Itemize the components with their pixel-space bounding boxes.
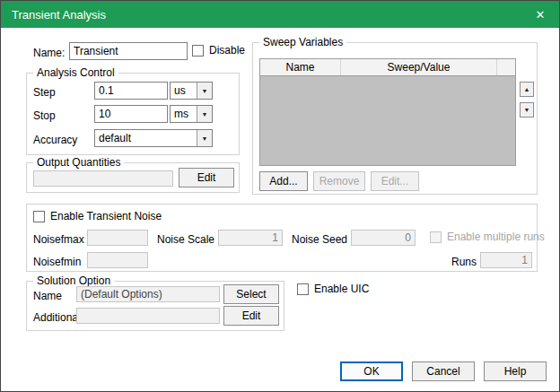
noise-seed-label: Noise Seed xyxy=(292,233,347,246)
enable-multiple-runs-label: Enable multiple runs xyxy=(447,231,545,243)
stop-label: Stop xyxy=(33,109,56,122)
accuracy-combo[interactable]: default ▼ xyxy=(94,129,213,147)
solution-option-title: Solution Option xyxy=(33,274,114,287)
accuracy-value: default xyxy=(95,130,197,146)
close-icon[interactable]: ✕ xyxy=(521,1,559,28)
enable-multiple-runs-checkbox-box xyxy=(430,231,442,243)
move-up-button[interactable]: ▲ xyxy=(520,82,534,97)
solution-name-input xyxy=(76,286,220,302)
disable-checkbox[interactable]: Disable xyxy=(192,44,245,57)
sweep-variables-header: Name Sweep/Value xyxy=(260,59,515,76)
move-down-button[interactable]: ▼ xyxy=(520,102,534,118)
sweep-variables-title: Sweep Variables xyxy=(259,36,346,48)
name-label: Name: xyxy=(33,47,65,59)
stop-unit-value: ms xyxy=(171,106,197,122)
output-quantities-title: Output Quantities xyxy=(33,156,124,169)
solution-additional-input xyxy=(76,308,220,324)
accuracy-label: Accuracy xyxy=(33,134,77,146)
runs-input xyxy=(480,252,532,268)
column-header-sweep-value: Sweep/Value xyxy=(341,59,497,75)
output-quantities-edit-button[interactable]: Edit xyxy=(179,168,234,187)
analysis-control-title: Analysis Control xyxy=(33,66,118,79)
solution-name-label: Name xyxy=(33,290,62,302)
ok-button[interactable]: OK xyxy=(340,362,403,381)
disable-checkbox-label: Disable xyxy=(209,44,245,57)
disable-checkbox-box xyxy=(192,45,204,57)
chevron-down-icon[interactable]: ▼ xyxy=(197,83,212,99)
titlebar: Transient Analysis xyxy=(1,1,559,28)
noise-scale-input xyxy=(218,230,283,246)
output-quantities-input xyxy=(33,170,173,187)
sweep-variables-table: Name Sweep/Value xyxy=(259,58,516,166)
enable-transient-noise-label: Enable Transient Noise xyxy=(50,210,162,222)
chevron-down-icon[interactable]: ▼ xyxy=(197,130,212,146)
sweep-edit-button: Edit... xyxy=(371,171,419,191)
noise-seed-input xyxy=(351,230,416,246)
sweep-remove-button: Remove xyxy=(313,171,365,191)
stop-unit-combo[interactable]: ms ▼ xyxy=(170,105,213,123)
help-button[interactable]: Help xyxy=(484,362,547,381)
arrow-down-icon: ▼ xyxy=(524,107,530,113)
solution-additional-label: Additional xyxy=(33,311,81,324)
enable-transient-noise-checkbox-box xyxy=(33,211,45,222)
step-label: Step xyxy=(33,86,56,99)
noisefmin-label: Noisefmin xyxy=(33,256,81,268)
close-glyph: ✕ xyxy=(536,8,546,22)
chevron-down-icon[interactable]: ▼ xyxy=(197,106,212,122)
column-header-name: Name xyxy=(260,59,341,75)
enable-multiple-runs-checkbox: Enable multiple runs xyxy=(430,231,545,243)
enable-uic-checkbox-box xyxy=(297,283,309,295)
transient-analysis-dialog: Transient Analysis ✕ Name: Disable Analy… xyxy=(0,0,560,392)
column-header-spacer xyxy=(497,59,515,75)
arrow-up-icon: ▲ xyxy=(524,86,530,92)
enable-uic-checkbox[interactable]: Enable UIC xyxy=(297,283,369,295)
step-unit-value: us xyxy=(171,83,197,99)
noisefmax-label: Noisefmax xyxy=(33,233,84,246)
solution-select-button[interactable]: Select xyxy=(223,284,279,304)
cancel-button[interactable]: Cancel xyxy=(412,362,475,381)
step-unit-combo[interactable]: us ▼ xyxy=(170,82,213,100)
window-title: Transient Analysis xyxy=(12,8,106,22)
noise-scale-label: Noise Scale xyxy=(157,233,214,246)
stop-input[interactable] xyxy=(94,105,168,123)
solution-edit-button[interactable]: Edit xyxy=(223,306,279,326)
step-input[interactable] xyxy=(94,82,168,100)
sweep-variables-list[interactable] xyxy=(260,76,515,165)
sweep-add-button[interactable]: Add... xyxy=(259,171,308,191)
runs-label: Runs xyxy=(451,256,477,268)
noisefmin-input xyxy=(87,252,148,268)
noisefmax-input xyxy=(87,230,148,246)
name-input[interactable] xyxy=(69,42,188,60)
enable-transient-noise-checkbox[interactable]: Enable Transient Noise xyxy=(33,210,162,222)
enable-uic-label: Enable UIC xyxy=(314,283,369,295)
